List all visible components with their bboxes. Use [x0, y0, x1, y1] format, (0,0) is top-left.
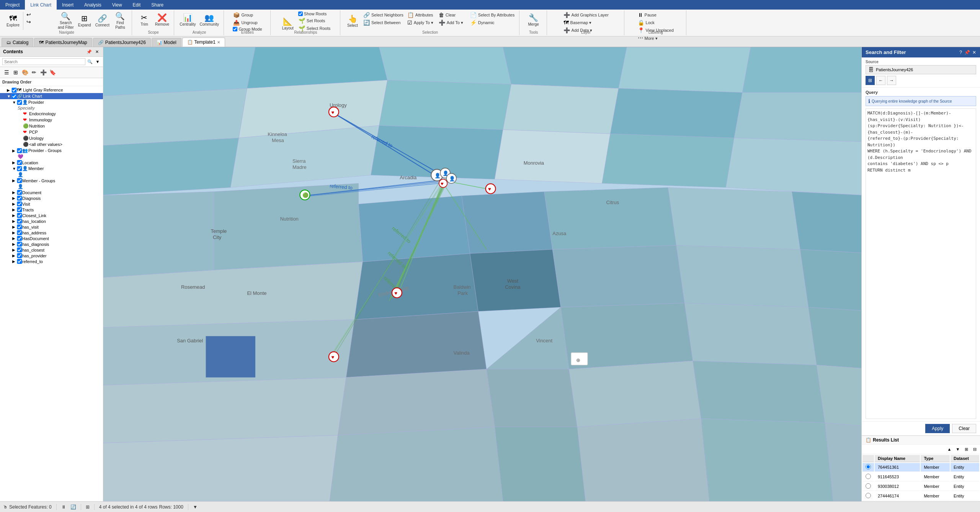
pause-status[interactable]: ⏸ — [61, 504, 66, 510]
specialty-immunology[interactable]: ❤ Immunology — [0, 117, 103, 123]
results-collapse-button[interactable]: ⊟ — [971, 445, 978, 453]
layer-member-groups[interactable]: ▶ Member - Groups — [0, 178, 103, 183]
specialty-other[interactable]: ⚫ <all other values> — [0, 141, 103, 147]
tab-project[interactable]: Project — [0, 0, 25, 10]
expand-icon[interactable]: ▶ — [12, 190, 17, 195]
explore-button[interactable]: 🗺 Explore — [5, 14, 21, 28]
has-provider-check[interactable] — [17, 253, 22, 258]
remove-button[interactable]: ❌ Remove — [154, 13, 171, 28]
basemap-button[interactable]: 🗺Basemap ▾ — [562, 19, 610, 26]
expand-icon[interactable]: ▶ — [12, 208, 17, 212]
layer-has-document[interactable]: ▶ HasDocument — [0, 236, 103, 241]
dynamic-button[interactable]: ⚡Dynamic — [469, 19, 516, 26]
layer-location[interactable]: ▶ Location — [0, 160, 103, 165]
grid-status[interactable]: ⊞ — [86, 504, 90, 510]
expand-icon[interactable]: ▶ — [12, 242, 17, 246]
clear-button[interactable]: Clear — [952, 424, 976, 433]
layer-provider-groups[interactable]: ▶ 👥 Provider - Groups — [0, 147, 103, 154]
has-document-check[interactable] — [17, 236, 22, 241]
lock-button[interactable]: 🔒Lock — [636, 19, 675, 26]
expand-icon[interactable]: ▶ — [12, 202, 17, 206]
expand-icon[interactable]: ▶ — [7, 88, 11, 92]
results-down-button[interactable]: ▼ — [954, 445, 962, 453]
expand-icon[interactable]: ▶ — [12, 231, 17, 235]
layer-member[interactable]: ▼ 👤 Member — [0, 165, 103, 172]
show-roots-checkbox[interactable]: Show Roots — [297, 11, 332, 16]
search-panel-help-icon[interactable]: ? — [959, 50, 962, 55]
expand-icon[interactable]: ▶ — [12, 254, 17, 258]
specialty-endocrinology[interactable]: ❤ Endocrinology — [0, 111, 103, 117]
sidebar-search-button[interactable]: 🔍 — [87, 59, 93, 65]
layer-tracts[interactable]: ▶ Tracts — [0, 207, 103, 213]
layer-link-chart-check[interactable] — [11, 94, 17, 99]
location-check[interactable] — [17, 160, 22, 165]
search-panel-close-icon[interactable]: ✕ — [972, 50, 976, 55]
member-check[interactable] — [17, 166, 22, 171]
result-row-1[interactable]: 911645523 Member Entity — [862, 473, 979, 481]
sidebar-search-input[interactable] — [2, 58, 85, 65]
layer-visit[interactable]: ▶ Visit — [0, 201, 103, 207]
add-to-button[interactable]: ➕Add To ▾ — [437, 19, 468, 26]
specialty-pcp[interactable]: ❤ PCP — [0, 129, 103, 135]
results-up-button[interactable]: ▲ — [946, 445, 953, 453]
layer-has-location[interactable]: ▶ has_location — [0, 218, 103, 224]
select-between-button[interactable]: 🔄Select Between — [362, 19, 405, 26]
tab-patients-journey-map[interactable]: 🗺 PatientsJourneyMap — [34, 38, 92, 47]
sidebar-pin-button[interactable]: 📌 — [86, 49, 92, 55]
closest-link-check[interactable] — [17, 213, 22, 218]
expand-icon[interactable]: ▶ — [12, 160, 17, 165]
select-by-attributes-button[interactable]: 📄Select By Attributes — [469, 11, 516, 18]
provider-groups-check[interactable] — [17, 148, 22, 153]
tab-patients-journey-426[interactable]: 🔗 PatientsJourney426 — [93, 38, 151, 47]
result-radio-1[interactable] — [866, 474, 871, 479]
tracts-check[interactable] — [17, 207, 22, 212]
apply-to-button[interactable]: ☑Apply To ▾ — [406, 19, 436, 26]
layout-button[interactable]: 📐 Layout — [279, 17, 296, 31]
add-layer-button[interactable]: ➕ — [39, 68, 47, 77]
has-address-check[interactable] — [17, 230, 22, 235]
member-groups-item[interactable]: 👤 — [0, 183, 103, 190]
has-diagnosis-check[interactable] — [17, 242, 22, 247]
forward-button[interactable]: ↪ — [25, 18, 56, 25]
provider-check[interactable] — [17, 100, 22, 105]
template1-close-button[interactable]: ✕ — [217, 40, 220, 44]
member-groups-check[interactable] — [17, 178, 22, 183]
sidebar-close-button[interactable]: ✕ — [94, 49, 100, 55]
nav-back-button[interactable]: ← — [876, 76, 885, 85]
tab-view[interactable]: View — [107, 0, 127, 10]
expand-icon[interactable]: ▶ — [12, 149, 17, 153]
visit-check[interactable] — [17, 201, 22, 206]
edit-button[interactable]: ✏ — [30, 68, 38, 77]
layer-has-address[interactable]: ▶ has_address — [0, 230, 103, 236]
result-radio-2[interactable] — [866, 483, 871, 489]
group-button[interactable]: 📦Group — [232, 11, 263, 18]
ungroup-button[interactable]: 📤Ungroup — [232, 19, 263, 26]
col-select[interactable] — [862, 455, 874, 462]
nav-table-button[interactable]: ⊞ — [866, 76, 875, 85]
provider-group-item[interactable]: 💜 — [0, 154, 103, 160]
symbology-button[interactable]: 🎨 — [21, 68, 29, 77]
more-button[interactable]: ⋯More ▾ — [636, 34, 675, 42]
set-roots-button[interactable]: 🌱Set Roots — [297, 17, 332, 24]
layer-referred-to[interactable]: ▶ referred_to — [0, 258, 103, 264]
document-check[interactable] — [17, 190, 22, 195]
tab-model[interactable]: 📊 Model — [152, 38, 181, 47]
layer-diagnosis[interactable]: ▶ Diagnosis — [0, 195, 103, 201]
tab-linkchart[interactable]: Link Chart — [25, 0, 57, 10]
layer-light-gray-check[interactable] — [11, 88, 17, 93]
back-button[interactable]: ↩ — [25, 11, 56, 18]
trim-button[interactable]: ✂ Trim — [136, 13, 153, 28]
expand-icon[interactable]: ▶ — [12, 236, 17, 240]
tab-template1[interactable]: 📋 Template1 ✕ — [182, 38, 225, 47]
layer-has-closest[interactable]: ▶ has_closest — [0, 247, 103, 253]
expand-icon[interactable]: ▶ — [12, 248, 17, 252]
clear-button[interactable]: 🗑Clear — [437, 11, 468, 18]
centrality-button[interactable]: 📊 Centrality — [178, 13, 197, 28]
expand-icon[interactable]: ▶ — [12, 213, 17, 218]
nav-forward-button[interactable]: → — [887, 76, 896, 85]
layer-has-diagnosis[interactable]: ▶ has_diagnosis — [0, 241, 103, 247]
list-view-button[interactable]: ☰ — [2, 68, 11, 77]
attributes-button[interactable]: 📋Attributes — [406, 11, 436, 18]
layer-light-gray[interactable]: ▶ 🗺 Light Gray Reference — [0, 87, 103, 93]
layer-has-provider[interactable]: ▶ has_provider — [0, 253, 103, 258]
